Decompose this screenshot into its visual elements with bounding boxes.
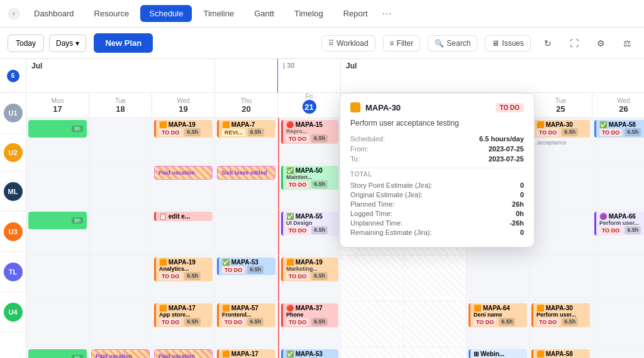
day-header-tue18: Tue 18 [89, 93, 152, 118]
nav-more-icon[interactable]: ⋯ [382, 8, 392, 19]
cell-r6-wed26 [592, 347, 644, 358]
month-jul-right: Jul [341, 59, 644, 93]
cell-r4-fri21: 🟧 MAPA-19 Marketing... TO DO 6.5h [278, 256, 341, 301]
task-mapa30-tl[interactable]: 🟧 MAPA-30 Perform user... TO DO 6.5h [531, 303, 590, 327]
cell-ml-fri21: ✅ MAPA-55 UI Design TO DO 6.5h [278, 210, 341, 255]
tooltip-unplanned-time: Unplanned Time: -26h [350, 219, 524, 227]
fullscreen-icon[interactable]: ⛶ [565, 34, 584, 53]
tooltip-logged-time: Logged Time: 0h [350, 210, 524, 217]
days-dropdown[interactable]: Days ▾ [49, 35, 86, 52]
nav-timelog[interactable]: Timelog [286, 5, 332, 22]
task-mapa58-r6[interactable]: 🟧 MAPA-58 API TO DO 6.5h [531, 349, 590, 358]
cell-r6-tue18: Paid vacation [89, 347, 152, 358]
toolbar-right: ⠿ Workload ≡ Filter 🔍 Search 🖥 Issues ↻ … [321, 34, 636, 53]
task-mapa15[interactable]: 🔴 MAPA-15 Repro... TO DO 6.5h [281, 120, 338, 144]
cell-tl-wed26 [592, 301, 644, 347]
webin-r6-mon24[interactable]: ⊞ Webin... [469, 349, 527, 358]
task-mapa17-tl[interactable]: 🟧 MAPA-17 App store... TO DO 6.5h [154, 303, 213, 327]
workload-button[interactable]: ⠿ Workload [321, 35, 375, 52]
grid-body: 8h 🟧 MAPA-19 TO DO 6.5h 🟧 MAPA- [26, 118, 644, 358]
task-edit-e[interactable]: 📋 edit e... [154, 212, 213, 221]
avatar-4: U4 [4, 303, 23, 322]
cell-r1-wed19: 🟧 MAPA-19 TO DO 6.5h [152, 118, 215, 163]
day-header-fri21: Fri 21 [278, 93, 341, 118]
paid-vacation-r2: Paid vacation [154, 166, 213, 180]
nav-schedule[interactable]: Schedule [140, 5, 192, 22]
avatar-tl: TL [4, 263, 23, 281]
resource-row-1: U1 [0, 93, 26, 134]
cell-r1-wed26: ✅ MAPA-58 TO DO 6.5h [592, 118, 644, 163]
sliders-icon[interactable]: ⚖ [618, 34, 636, 53]
nav-collapse-left[interactable]: ‹ [8, 8, 20, 20]
cell-r4-sun23 [404, 256, 467, 301]
task-mapa64[interactable]: 🟧 MAPA-64 Deni name TO DO 6.5h [469, 303, 527, 327]
task-mapa19-r1[interactable]: 🟧 MAPA-19 TO DO 6.5h [154, 120, 213, 138]
tooltip-total-section: TOTAL [350, 171, 524, 178]
green-bar-ml: 8h [28, 212, 87, 229]
tooltip-status-badge: TO DO [496, 103, 524, 112]
grid-row-6: 8h Paid vacation Paid vacation 🟧 MAPA-17… [26, 347, 644, 358]
cell-tl-tue25: 🟧 MAPA-30 Perform user... TO DO 6.5h [530, 301, 592, 347]
refresh-icon[interactable]: ↻ [538, 34, 557, 53]
cell-tl-tue18 [89, 301, 152, 347]
task-mapa17-r6[interactable]: 🟧 MAPA-17 App store... TO DO 6.5h [217, 349, 275, 358]
task-mapa18-r4[interactable]: 🟧 MAPA-19 Marketing... TO DO 6.5h [281, 258, 338, 281]
day-header-wed26: Wed 26 [592, 93, 644, 118]
cell-tl-thu20: 🟧 MAPA-57 Frontend... TO DO 6.5h [215, 301, 278, 347]
cell-tl-sat22 [341, 301, 404, 347]
task-mapa53-r6[interactable]: ✅ MAPA-53 Web Page... TO DO 6.5h [281, 349, 338, 358]
cell-tl-wed19: 🟧 MAPA-17 App store... TO DO 6.5h [152, 301, 215, 347]
month-empty-1 [215, 59, 278, 93]
task-mapa57[interactable]: 🟧 MAPA-57 Frontend... TO DO 6.5h [217, 303, 275, 327]
cell-r6-fri21: ✅ MAPA-53 Web Page... TO DO 6.5h [278, 347, 341, 358]
task-mapa66[interactable]: 🟣 MAPA-66 Perform user... TO DO 6.5h [594, 212, 644, 236]
nav-timeline[interactable]: Timeline [194, 5, 243, 22]
days-label: Days [56, 39, 73, 48]
search-button[interactable]: 🔍 Search [428, 35, 477, 52]
task-mapa7[interactable]: 🟧 MAPA-7 REVI... 6.5h [217, 120, 275, 138]
nav-dashboard[interactable]: Dashboard [25, 5, 83, 22]
nav-resource[interactable]: Resource [86, 5, 138, 22]
cell-r4-tue25 [530, 256, 592, 301]
tooltip-remaining-estimate: Remaining Estimate (Jira): 0 [350, 229, 524, 236]
task-mapa50[interactable]: ✅ MAPA-50 Mainten... TO DO 6.5h [281, 166, 338, 190]
issues-button[interactable]: 🖥 Issues [485, 35, 531, 52]
task-mapa55[interactable]: ✅ MAPA-55 UI Design TO DO 6.5h [281, 212, 338, 236]
nav-report[interactable]: Report [335, 5, 377, 22]
tooltip-task-icon [350, 102, 360, 112]
cell-r1-tue18 [89, 118, 152, 163]
cell-tl-mon24: 🟧 MAPA-64 Deni name TO DO 6.5h [467, 301, 530, 347]
tooltip-divider [350, 168, 524, 168]
settings-icon[interactable]: ⚙ [591, 34, 610, 53]
resource-count-badge: 6 [7, 70, 19, 82]
date-header-row: Jul | 30 Jul [26, 59, 644, 93]
cell-ml-tue18 [89, 210, 152, 255]
cell-r1-fri21: 🔴 MAPA-15 Repro... TO DO 6.5h [278, 118, 341, 163]
task-mapa37-tl[interactable]: 🔴 MAPA-37 Phone TO DO 6.5h [281, 303, 338, 327]
tooltip-task-id: MAPA-30 [365, 103, 491, 112]
cell-r2-fri21: ✅ MAPA-50 Mainten... TO DO 6.5h [278, 164, 341, 209]
cell-r2-tue18 [89, 164, 152, 209]
cell-r4-tue18 [89, 256, 152, 301]
task-mapa58-r1[interactable]: ✅ MAPA-58 TO DO 6.5h [594, 120, 644, 138]
task-mapa30-r1[interactable]: 🟧 MAPA-30 TO DO 6.5h [531, 120, 590, 138]
new-plan-button[interactable]: New Plan [94, 33, 153, 53]
nav-gantt[interactable]: Gantt [245, 5, 283, 22]
day-header-wed19: Wed 19 [152, 93, 215, 118]
filter-button[interactable]: ≡ Filter [383, 35, 421, 52]
task-mapa53[interactable]: ✅ MAPA-53 TO DO 6.5h [217, 258, 275, 275]
task-mapa19-r4[interactable]: 🟧 MAPA-19 Analytics... TO DO 6.5h [154, 258, 213, 281]
today-button[interactable]: Today [8, 35, 44, 52]
tooltip-story-points: Story Point Estimate (Jira): 0 [350, 182, 524, 189]
cell-r2-wed26 [592, 164, 644, 209]
green-bar-r6: 8h [28, 349, 87, 358]
top-nav: ‹ Dashboard Resource Schedule Timeline G… [0, 0, 644, 28]
cell-r4-mon17 [26, 256, 89, 301]
tooltip-scheduled-row: Scheduled: 6.5 hours/day [350, 135, 524, 143]
schedule-grid: Jul | 30 Jul Mon 17 Tue 18 Wed 19 [26, 59, 644, 358]
cell-r2-thu20: Sick leave edited [215, 164, 278, 209]
cell-ml-thu20 [215, 210, 278, 255]
avatar-1: U1 [4, 104, 23, 122]
acceptance-label: ...acceptance [531, 139, 590, 146]
tooltip-from-row: From: 2023-07-25 [350, 145, 524, 153]
